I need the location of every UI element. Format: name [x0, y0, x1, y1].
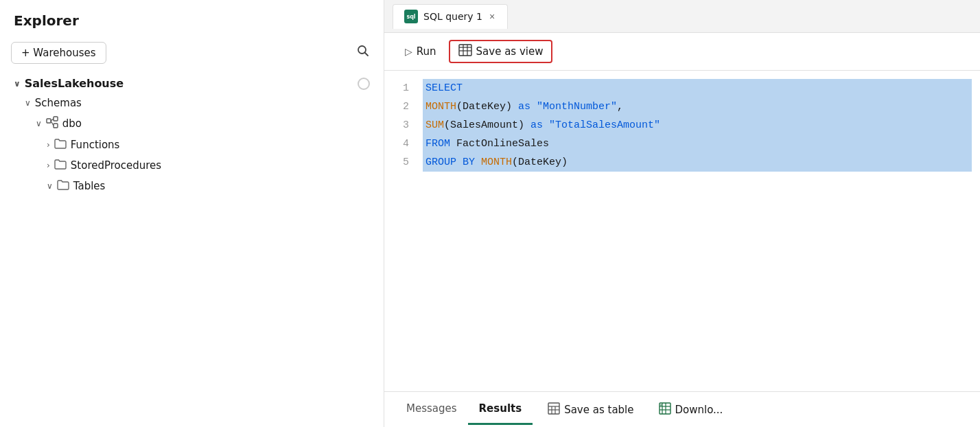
folder-icon: [54, 138, 67, 152]
chevron-icon: ∨: [47, 181, 53, 191]
folder-icon: [54, 159, 67, 172]
svg-rect-3: [54, 117, 58, 121]
messages-tab[interactable]: Messages: [395, 394, 468, 425]
tab-label: SQL query 1: [423, 11, 482, 22]
line-num: 4: [390, 135, 409, 153]
download-label: Downlo...: [675, 404, 723, 416]
svg-rect-12: [548, 403, 559, 414]
tree-item-schemas[interactable]: ∨ Schemas: [0, 93, 384, 113]
code-content[interactable]: SELECT MONTH(DateKey) as "MonthNumber", …: [415, 79, 980, 383]
tree-item-saleslakehouse[interactable]: ∨ SalesLakehouse: [0, 73, 384, 93]
line-num: 1: [390, 79, 409, 97]
tree-item-tables[interactable]: ∨ Tables: [0, 176, 384, 196]
save-as-view-button[interactable]: Save as view: [449, 40, 553, 63]
save-as-table-button[interactable]: Save as table: [538, 397, 643, 423]
editor-toolbar: ▷ Run Save as view: [384, 33, 980, 71]
tree-item-dbo[interactable]: ∨ dbo: [0, 113, 384, 135]
code-line-1: SELECT: [423, 79, 972, 97]
svg-line-1: [365, 53, 369, 56]
chevron-icon: ∨: [25, 98, 31, 108]
tree-label: StoredProcedures: [71, 159, 161, 172]
line-num: 5: [390, 153, 409, 172]
tree-item-functions[interactable]: › Functions: [0, 135, 384, 155]
run-button[interactable]: ▷ Run: [395, 41, 446, 62]
schema-icon: [46, 116, 58, 131]
line-num: 3: [390, 116, 409, 135]
sql-file-icon: sql: [404, 10, 418, 23]
code-line-2: MONTH(DateKey) as "MonthNumber",: [423, 97, 972, 116]
chevron-icon: ›: [47, 140, 50, 150]
play-icon: ▷: [405, 46, 412, 57]
download-button[interactable]: x Downlo...: [649, 397, 733, 423]
excel-icon: x: [659, 402, 671, 417]
explorer-toolbar: + Warehouses: [0, 37, 384, 71]
tab-bar: sql SQL query 1 ×: [384, 0, 980, 33]
save-as-table-label: Save as table: [564, 404, 633, 416]
tab-close-button[interactable]: ×: [488, 12, 496, 21]
save-view-label: Save as view: [476, 45, 544, 58]
svg-rect-2: [47, 119, 51, 123]
code-editor[interactable]: 1 2 3 4 5 SELECT MONTH(DateKey) as "Mont…: [384, 71, 980, 391]
loading-spinner: [358, 78, 370, 90]
run-label: Run: [417, 45, 436, 58]
code-line-4: FROM FactOnlineSales: [423, 135, 972, 153]
save-view-icon: [458, 44, 472, 59]
tree-label: Functions: [71, 139, 120, 151]
line-numbers: 1 2 3 4 5: [384, 79, 415, 383]
add-warehouses-button[interactable]: + Warehouses: [11, 42, 106, 64]
svg-text:x: x: [660, 403, 662, 406]
tree-label: Schemas: [35, 97, 82, 109]
svg-rect-4: [54, 124, 58, 128]
tree-label: Tables: [73, 180, 106, 192]
tree-container: ∨ SalesLakehouse ∨ Schemas ∨ dbo: [0, 71, 384, 427]
tree-label: dbo: [62, 117, 82, 130]
code-line-3: SUM(SalesAmount) as "TotalSalesAmount": [423, 116, 972, 135]
svg-rect-7: [459, 45, 471, 56]
explorer-title: Explorer: [0, 0, 384, 37]
search-icon-button[interactable]: [353, 41, 373, 64]
tree-label: SalesLakehouse: [25, 77, 124, 90]
table-grid-icon: [548, 402, 560, 417]
svg-line-6: [51, 121, 54, 126]
results-tab[interactable]: Results: [468, 394, 533, 425]
chevron-icon: ∨: [36, 119, 42, 128]
chevron-icon: ›: [47, 161, 50, 170]
sql-query-tab[interactable]: sql SQL query 1 ×: [393, 4, 508, 29]
code-lines: 1 2 3 4 5 SELECT MONTH(DateKey) as "Mont…: [384, 79, 980, 383]
search-icon: [356, 44, 370, 58]
code-line-5: GROUP BY MONTH(DateKey): [423, 153, 972, 172]
chevron-icon: ∨: [14, 79, 21, 89]
results-bar: Messages Results Save as table: [384, 391, 980, 427]
line-num: 2: [390, 97, 409, 116]
explorer-panel: Explorer + Warehouses ∨ SalesLakehouse ∨…: [0, 0, 384, 427]
tree-item-storedprocedures[interactable]: › StoredProcedures: [0, 155, 384, 176]
editor-panel: sql SQL query 1 × ▷ Run Save as view: [384, 0, 980, 427]
folder-icon: [57, 179, 69, 193]
